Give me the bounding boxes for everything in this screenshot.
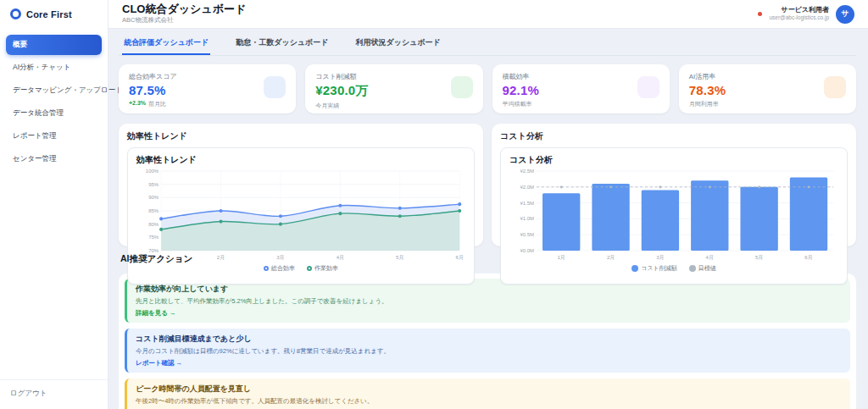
tab-attendance-workload[interactable]: 勤怠・工数ダッシュボード [234,37,330,55]
kpi-subtext: 平均積載率 [503,100,659,108]
legend-item: 作業効率 [307,264,338,273]
kpi-label: AI活用率 [689,72,846,81]
logout-button[interactable]: ログアウト [0,379,108,409]
svg-text:¥0.5M: ¥0.5M [520,231,534,237]
sidebar-nav: 概要 AI分析・チャット データマッピング・アップロード データ統合管理 レポー… [0,26,108,379]
kpi-sub-label: 前月比 [148,100,166,108]
sidebar-item-center-management[interactable]: センター管理 [6,149,102,169]
legend-item: 目標値 [689,264,716,273]
kpi-sub-label: 平均積載率 [503,100,532,108]
content: 統合評価ダッシュボード 勤怠・工数ダッシュボード 利用状況ダッシュボード 総合効… [108,29,868,409]
avatar[interactable]: サ [836,5,854,24]
svg-text:3月: 3月 [276,254,284,261]
chart-title: コスト分析 [509,154,838,166]
kpi-sub-label: 今月実績 [315,102,339,110]
svg-text:¥1.5M: ¥1.5M [520,200,534,206]
legend-dot-icon [689,265,696,272]
kpi-value: 92.1% [503,83,659,97]
company-name: ABC物流株式会社 [122,16,246,25]
legend-label: 作業効率 [314,264,338,273]
legend-label: コスト削減額 [641,264,677,273]
kpi-card-efficiency-score: 総合効率スコア 87.5% +2.3% 前月比 [119,64,296,113]
header: CLO統合ダッシュボード ABC物流株式会社 サービス利用者 user@abc-… [108,0,868,29]
sidebar-item-data-integration[interactable]: データ統合管理 [6,103,102,124]
kpi-icon [824,76,846,98]
tab-integrated-evaluation[interactable]: 統合評価ダッシュボード [122,37,210,55]
legend-dot-icon [632,265,638,272]
svg-text:80%: 80% [148,221,159,227]
kpi-subtext: 月間利用率 [689,100,846,108]
kpi-trend: +2.3% [129,100,146,108]
main-area: CLO統合ダッシュボード ABC物流株式会社 サービス利用者 user@abc-… [108,0,868,409]
svg-text:5月: 5月 [755,254,763,261]
recommendation-card-cost-target: コスト削減目標達成まであと少し 今月のコスト削減額は目標の92%に達しています。… [125,329,850,373]
sidebar-item-overview[interactable]: 概要 [6,35,102,55]
svg-text:2月: 2月 [607,254,615,261]
svg-text:1月: 1月 [558,254,565,261]
kpi-label: コスト削減額 [315,72,472,81]
kpi-value: 87.5% [129,83,286,97]
chart-title: 効率性トレンド [136,154,465,166]
logo: Core First [0,0,108,26]
line-legend: 総合効率 作業効率 [136,264,465,273]
user-email: user@abc-logistics.co.jp [769,14,829,21]
sidebar-item-ai-analysis-chat[interactable]: AI分析・チャット [6,58,102,78]
kpi-label: 総合効率スコア [129,72,286,81]
recommendation-link[interactable]: レポート確認 → [136,359,182,368]
svg-text:¥2.0M: ¥2.0M [520,184,534,190]
logo-text: Core First [26,9,72,19]
header-titles: CLO統合ダッシュボード ABC物流株式会社 [122,3,246,25]
svg-text:4月: 4月 [706,254,714,261]
legend-ring-icon [307,266,312,271]
card-title: コスト分析 [500,130,848,142]
svg-text:¥1.0M: ¥1.0M [520,215,534,221]
legend-ring-icon [264,266,269,271]
legend-item: 総合効率 [264,264,295,273]
svg-text:85%: 85% [148,207,159,213]
kpi-card-ai-utilization: AI活用率 78.3% 月間利用率 [679,64,856,113]
cost-analysis-panel: コスト分析 ¥0.0M¥0.5M¥1.0M¥1.5M¥2.0M¥2.5M1月2月… [500,147,848,285]
recommendation-link[interactable]: 詳細を見る → [136,309,175,318]
kpi-sub-label: 月間利用率 [689,100,719,108]
notification-dot-icon [758,12,762,16]
recommendation-body: 先月と比較して、平均作業効率が5.2%向上しました。この調子で改善を続けましょう… [136,297,842,306]
kpi-icon [264,76,286,98]
dashboard-tabs: 統合評価ダッシュボード 勤怠・工数ダッシュボード 利用状況ダッシュボード [119,33,856,56]
recommendation-title: コスト削減目標達成まであと少し [136,334,842,345]
svg-text:4月: 4月 [337,254,344,261]
tab-usage-status[interactable]: 利用状況ダッシュボード [354,37,442,55]
sidebar-item-data-mapping-upload[interactable]: データマッピング・アップロード [6,80,102,101]
kpi-subtext: +2.3% 前月比 [129,100,286,108]
bar-legend: コスト削減額 目標値 [509,264,838,273]
user-role: サービス利用者 [769,6,829,14]
cost-analysis-chart: ¥0.0M¥0.5M¥1.0M¥1.5M¥2.0M¥2.5M1月2月3月4月5月… [509,168,838,263]
svg-text:95%: 95% [148,181,159,187]
app-window: Core First 概要 AI分析・チャット データマッピング・アップロード … [0,0,868,409]
legend-item: コスト削減額 [632,264,677,273]
svg-text:2月: 2月 [217,254,225,261]
user-info: サービス利用者 user@abc-logistics.co.jp [769,6,829,21]
svg-text:3月: 3月 [656,254,664,261]
sidebar: Core First 概要 AI分析・チャット データマッピング・アップロード … [0,0,108,409]
kpi-card-cost-reduction: コスト削減額 ¥230.0万 今月実績 [305,64,482,113]
kpi-icon [451,76,473,98]
user-cluster: サービス利用者 user@abc-logistics.co.jp サ [758,5,854,24]
card-title: 効率性トレンド [127,130,475,142]
ai-actions-title: AI推奨アクション [120,253,192,265]
legend-label: 目標値 [698,264,716,273]
efficiency-trend-card: 効率性トレンド 効率性トレンド 70%75%80%85%90%95%100%2月… [119,124,483,246]
ai-actions-card: 作業効率が向上しています 先月と比較して、平均作業効率が5.2%向上しました。こ… [119,274,856,409]
cost-analysis-card: コスト分析 コスト分析 ¥0.0M¥0.5M¥1.0M¥1.5M¥2.0M¥2.… [492,124,856,246]
sidebar-item-report-management[interactable]: レポート管理 [6,126,102,146]
svg-text:90%: 90% [148,194,159,200]
recommendation-body: 今月のコスト削減額は目標の92%に達しています。残り8営業日で達成が見込まれます… [136,347,842,356]
legend-label: 総合効率 [271,264,295,273]
page-title: CLO統合ダッシュボード [122,3,246,16]
kpi-value: 78.3% [689,83,846,97]
kpi-subtext: 今月実績 [315,102,472,110]
charts-row: 効率性トレンド 効率性トレンド 70%75%80%85%90%95%100%2月… [119,124,856,246]
kpi-card-loading-efficiency: 積載効率 92.1% 平均積載率 [492,64,670,113]
kpi-value: ¥230.0万 [315,83,472,99]
svg-text:100%: 100% [146,168,159,174]
svg-text:70%: 70% [148,247,159,253]
